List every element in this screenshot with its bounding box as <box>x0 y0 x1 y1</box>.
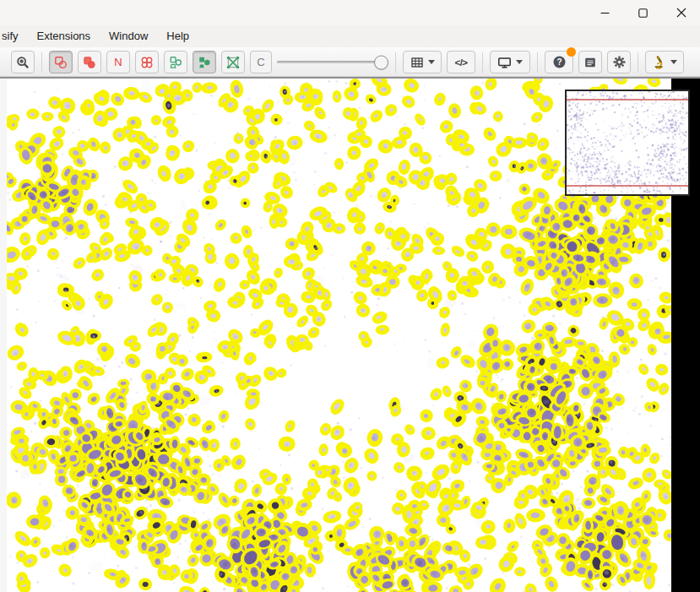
question-icon: ? <box>552 55 567 69</box>
show-classification-button[interactable]: C <box>250 51 272 73</box>
script-editor-button[interactable]: </> <box>447 51 475 73</box>
microscope-icon <box>653 56 666 69</box>
detections-outline-icon <box>169 56 182 69</box>
chevron-down-icon <box>428 60 435 64</box>
show-tma-grid-button[interactable] <box>135 51 159 73</box>
show-names-button[interactable]: N <box>106 51 130 73</box>
detections-filled-icon <box>198 56 211 69</box>
analysis-tools-button[interactable] <box>645 51 684 73</box>
show-names-label: N <box>114 56 122 68</box>
slide-viewer[interactable] <box>0 79 700 592</box>
toolbar-separator <box>41 52 42 73</box>
measurement-table-button[interactable] <box>403 51 442 73</box>
notification-dot <box>567 47 576 57</box>
menu-item-classify-partial[interactable]: sify <box>0 25 28 47</box>
menu-item-window[interactable]: Window <box>100 25 157 47</box>
close-icon <box>676 8 686 18</box>
overview-canvas <box>567 91 688 194</box>
annotations-filled-icon <box>83 56 96 69</box>
title-bar <box>0 0 700 25</box>
chevron-down-icon <box>670 60 677 64</box>
help-button[interactable]: ? <box>545 51 573 73</box>
menu-item-extensions[interactable]: Extensions <box>28 25 100 47</box>
magnifier-icon <box>16 56 30 69</box>
maximize-icon <box>638 8 648 18</box>
table-icon <box>410 56 424 69</box>
menu-item-help[interactable]: Help <box>157 25 198 47</box>
minimize-icon <box>600 8 610 18</box>
preferences-button[interactable] <box>607 51 631 73</box>
opacity-slider[interactable] <box>277 51 388 73</box>
close-button[interactable] <box>662 0 700 25</box>
tma-grid-icon <box>140 56 154 69</box>
monitor-icon <box>497 56 512 69</box>
opacity-slider-handle[interactable] <box>374 55 388 69</box>
fill-annotations-button[interactable] <box>78 51 101 73</box>
toolbar: N <box>0 47 700 79</box>
display-settings-button[interactable] <box>490 51 530 73</box>
show-classification-label: C <box>257 56 264 68</box>
script-editor-label: </> <box>454 57 467 68</box>
log-button[interactable] <box>578 51 602 73</box>
show-pixel-classification-button[interactable] <box>221 51 245 73</box>
show-detections-button[interactable] <box>164 51 187 73</box>
show-annotations-button[interactable] <box>49 51 73 73</box>
maximize-button[interactable] <box>624 0 662 25</box>
overview-thumbnail[interactable] <box>565 90 690 196</box>
chevron-down-icon <box>516 60 523 64</box>
menu-bar: sify Extensions Window Help <box>0 25 700 47</box>
minimize-button[interactable] <box>586 0 624 25</box>
toolbar-separator <box>537 52 538 73</box>
zoom-to-fit-button[interactable] <box>11 51 35 73</box>
toolbar-separator <box>638 52 638 73</box>
qupath-window: sify Extensions Window Help <box>0 0 700 592</box>
svg-text:?: ? <box>556 57 562 67</box>
annotations-outline-icon <box>54 56 68 69</box>
toolbar-separator <box>482 52 483 73</box>
opacity-slider-track <box>277 61 388 63</box>
toolbar-separator <box>395 52 396 73</box>
pixel-classification-icon <box>226 56 240 69</box>
log-icon <box>583 56 597 69</box>
gear-icon <box>612 55 627 69</box>
fill-detections-button[interactable] <box>193 51 216 73</box>
